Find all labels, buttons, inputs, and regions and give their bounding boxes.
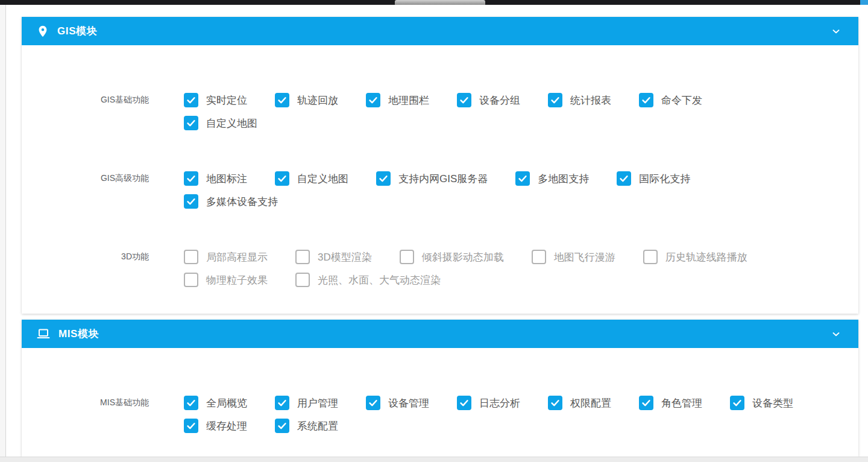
form-row: GIS基础功能实时定位轨迹回放地理围栏设备分组统计报表命令下发自定义地图 xyxy=(22,89,858,134)
location-pin-icon xyxy=(36,25,49,38)
checkbox-checked-icon[interactable] xyxy=(184,93,198,107)
checkbox-line: 物理粒子效果光照、水面、大气动态渲染 xyxy=(184,268,775,291)
checkbox-checked-icon[interactable] xyxy=(184,396,198,410)
checkbox-checked-icon[interactable] xyxy=(184,194,198,209)
checkbox-label: 设备管理 xyxy=(388,396,429,410)
checkbox-unchecked-icon[interactable] xyxy=(400,250,414,264)
checkbox-line: 多媒体设备支持 xyxy=(184,190,718,213)
checkbox-checked-icon[interactable] xyxy=(639,93,653,107)
bottom-edge-strip xyxy=(0,457,868,462)
checkbox-item[interactable]: 光照、水面、大气动态渲染 xyxy=(295,273,441,287)
checkbox-label: 支持内网GIS服务器 xyxy=(398,172,488,186)
panel-gis: GIS模块 GIS基础功能实时定位轨迹回放地理围栏设备分组统计报表命令下发自定义… xyxy=(22,17,858,314)
checkbox-item[interactable]: 历史轨迹线路播放 xyxy=(643,250,747,264)
checkbox-item[interactable]: 命令下发 xyxy=(639,93,702,107)
checkbox-item[interactable]: 用户管理 xyxy=(275,396,338,410)
checkbox-checked-icon[interactable] xyxy=(376,171,391,186)
chevron-down-icon[interactable] xyxy=(831,26,841,37)
checkbox-checked-icon[interactable] xyxy=(184,419,198,433)
checkbox-line: 局部高程显示3D模型渲染倾斜摄影动态加载地图飞行漫游历史轨迹线路播放 xyxy=(184,245,775,268)
form-row: MIS基础功能全局概览用户管理设备管理日志分析权限配置角色管理设备类型缓存处理系… xyxy=(22,391,858,437)
checkbox-label: 自定义地图 xyxy=(297,172,348,186)
panel-header-gis[interactable]: GIS模块 xyxy=(22,17,858,45)
row-label: GIS高级功能 xyxy=(22,167,149,213)
checkbox-label: 系统配置 xyxy=(297,419,338,433)
checkbox-checked-icon[interactable] xyxy=(275,93,289,107)
checkbox-item[interactable]: 物理粒子效果 xyxy=(184,273,268,287)
checkbox-label: 轨迹回放 xyxy=(297,93,338,107)
top-bar xyxy=(0,0,868,5)
checkbox-checked-icon[interactable] xyxy=(275,171,289,186)
checkbox-item[interactable]: 多媒体设备支持 xyxy=(184,194,278,209)
checkbox-item[interactable]: 地图飞行漫游 xyxy=(532,250,615,264)
checkbox-label: 用户管理 xyxy=(297,396,338,410)
panel-title: GIS模块 xyxy=(57,24,97,38)
checkbox-item[interactable]: 国际化支持 xyxy=(617,171,690,186)
checkbox-checked-icon[interactable] xyxy=(366,396,380,410)
laptop-icon xyxy=(36,327,51,341)
checkbox-item[interactable]: 日志分析 xyxy=(457,396,520,410)
checkbox-item[interactable]: 自定义地图 xyxy=(275,171,348,186)
checkbox-checked-icon[interactable] xyxy=(617,171,631,186)
checkbox-label: 设备分组 xyxy=(479,93,520,107)
checkbox-line: 实时定位轨迹回放地理围栏设备分组统计报表命令下发 xyxy=(184,89,730,112)
checkbox-unchecked-icon[interactable] xyxy=(295,250,310,264)
checkbox-label: 权限配置 xyxy=(570,396,611,410)
checkbox-unchecked-icon[interactable] xyxy=(184,250,198,264)
checkbox-item[interactable]: 支持内网GIS服务器 xyxy=(376,171,488,186)
checkbox-item[interactable]: 3D模型渲染 xyxy=(295,250,372,264)
panel-title: MIS模块 xyxy=(58,327,99,341)
checkbox-item[interactable]: 多地图支持 xyxy=(515,171,589,186)
checkbox-item[interactable]: 设备类型 xyxy=(730,396,793,410)
checkbox-unchecked-icon[interactable] xyxy=(643,250,658,264)
panel-body-gis: GIS基础功能实时定位轨迹回放地理围栏设备分组统计报表命令下发自定义地图GIS高… xyxy=(22,45,858,314)
checkbox-group: 实时定位轨迹回放地理围栏设备分组统计报表命令下发自定义地图 xyxy=(184,89,730,134)
checkbox-label: 国际化支持 xyxy=(639,172,690,186)
checkbox-item[interactable]: 倾斜摄影动态加载 xyxy=(400,250,504,264)
checkbox-label: 实时定位 xyxy=(206,93,247,107)
checkbox-item[interactable]: 实时定位 xyxy=(184,93,247,107)
checkbox-checked-icon[interactable] xyxy=(730,396,744,410)
left-gutter xyxy=(0,5,6,462)
checkbox-unchecked-icon[interactable] xyxy=(295,273,310,287)
checkbox-checked-icon[interactable] xyxy=(457,396,471,410)
checkbox-checked-icon[interactable] xyxy=(366,93,380,107)
checkbox-item[interactable]: 设备分组 xyxy=(457,93,520,107)
checkbox-checked-icon[interactable] xyxy=(639,396,653,410)
checkbox-item[interactable]: 统计报表 xyxy=(548,93,611,107)
checkbox-checked-icon[interactable] xyxy=(184,171,198,186)
checkbox-label: 自定义地图 xyxy=(206,116,257,130)
checkbox-item[interactable]: 地图标注 xyxy=(184,171,247,186)
checkbox-checked-icon[interactable] xyxy=(275,419,289,433)
checkbox-item[interactable]: 缓存处理 xyxy=(184,419,247,433)
checkbox-item[interactable]: 角色管理 xyxy=(639,396,702,410)
chevron-down-icon[interactable] xyxy=(831,329,841,340)
checkbox-checked-icon[interactable] xyxy=(548,396,562,410)
checkbox-item[interactable]: 地理围栏 xyxy=(366,93,429,107)
checkbox-item[interactable]: 全局概览 xyxy=(184,396,247,410)
checkbox-checked-icon[interactable] xyxy=(548,93,562,107)
checkbox-label: 多媒体设备支持 xyxy=(206,195,278,209)
checkbox-label: 地图飞行漫游 xyxy=(554,250,615,264)
row-label: GIS基础功能 xyxy=(22,89,149,134)
checkbox-item[interactable]: 局部高程显示 xyxy=(184,250,268,264)
checkbox-unchecked-icon[interactable] xyxy=(532,250,546,264)
checkbox-checked-icon[interactable] xyxy=(275,396,289,410)
checkbox-item[interactable]: 轨迹回放 xyxy=(275,93,338,107)
checkbox-label: 全局概览 xyxy=(206,396,247,410)
checkbox-line: 地图标注自定义地图支持内网GIS服务器多地图支持国际化支持 xyxy=(184,167,718,190)
checkbox-label: 多地图支持 xyxy=(538,172,589,186)
checkbox-unchecked-icon[interactable] xyxy=(184,273,198,287)
checkbox-item[interactable]: 权限配置 xyxy=(548,396,611,410)
checkbox-item[interactable]: 系统配置 xyxy=(275,419,338,433)
panel-header-mis[interactable]: MIS模块 xyxy=(22,320,858,348)
checkbox-checked-icon[interactable] xyxy=(515,171,530,186)
checkbox-label: 地理围栏 xyxy=(388,93,429,107)
checkbox-label: 角色管理 xyxy=(661,396,702,410)
checkbox-checked-icon[interactable] xyxy=(457,93,471,107)
checkbox-item[interactable]: 自定义地图 xyxy=(184,116,257,130)
checkbox-checked-icon[interactable] xyxy=(184,116,198,130)
checkbox-label: 统计报表 xyxy=(570,93,611,107)
checkbox-item[interactable]: 设备管理 xyxy=(366,396,429,410)
panel-mis: MIS模块 MIS基础功能全局概览用户管理设备管理日志分析权限配置角色管理设备类… xyxy=(22,320,858,457)
